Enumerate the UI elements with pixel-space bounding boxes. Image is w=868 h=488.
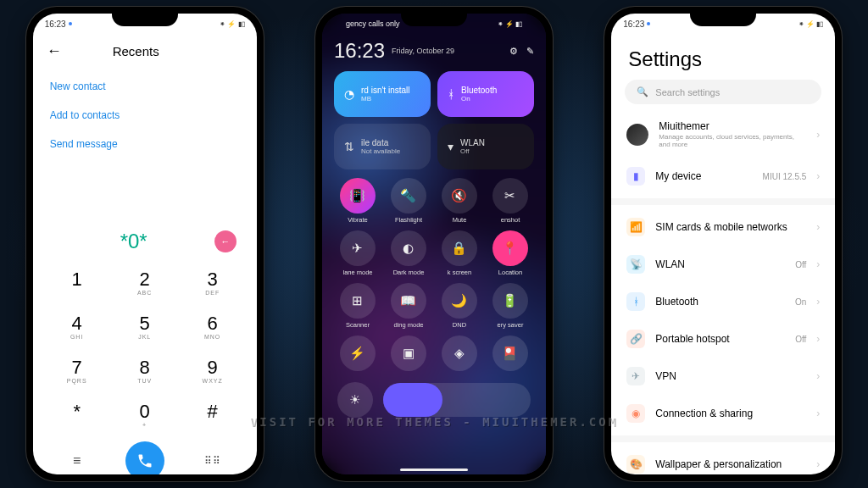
bluetooth-icon: ᚼ [448,87,454,101]
chevron-right-icon: › [816,129,820,141]
account-item[interactable]: Miuithemer Manage accounts, cloud servic… [611,111,835,158]
chevron-right-icon: › [816,458,820,470]
settings-item-portable-hotspot[interactable]: 🔗Portable hotspotOff› [611,320,835,358]
backspace-button[interactable]: ← [214,230,236,252]
dialer-action-0[interactable]: New contact [50,72,240,101]
status-icons: ⁕ ⚡ ▮▯ [220,20,244,28]
search-placeholder: Search settings [655,87,720,97]
account-sub: Manage accounts, cloud services, payment… [659,133,806,148]
wlan-tile[interactable]: ▾ WLAN Off [437,124,534,169]
status-icons: ⁕ ⚡ ▮▯ [498,20,522,28]
status-time: 16:23 [45,19,66,29]
back-button[interactable]: ← [47,42,62,60]
toggle-15[interactable]: 🎴 [487,336,534,374]
chevron-right-icon: › [816,258,820,270]
toggle-Mute[interactable]: 🔇Mute [436,178,483,224]
settings-item-bluetooth[interactable]: ᚼBluetoothOn› [611,283,835,320]
toggle-Vibrate[interactable]: 📳Vibrate [334,178,381,224]
settings-item-vpn[interactable]: ✈VPN› [611,358,835,395]
tile-sub: On [461,95,497,103]
item-value: Off [795,335,806,344]
settings-item-wallpaper-personalization[interactable]: 🎨Wallpaper & personalization› [611,446,835,474]
account-name: Miuithemer [659,120,806,132]
settings-item-wlan[interactable]: 📡WLANOff› [611,246,835,283]
toggle-k screen[interactable]: 🔒k screen [436,230,483,276]
notch [112,14,178,26]
toggle-ery saver[interactable]: 🔋ery saver [487,283,534,329]
device-icon: ▮ [626,167,645,186]
clock-date: Friday, October 29 [392,47,454,55]
toggle-Flashlight[interactable]: 🔦Flashlight [385,178,432,224]
toggle-Dark mode[interactable]: ◐Dark mode [385,230,432,276]
dialpad-toggle-button[interactable]: ⠿⠿ [179,455,247,467]
item-icon: 📡 [626,255,645,274]
key-3[interactable]: 3DEF [179,260,247,304]
home-bar[interactable] [400,469,468,471]
brightness-slider[interactable] [383,383,531,417]
dialer-action-2[interactable]: Send message [50,130,240,158]
auto-brightness-toggle[interactable]: ☀ [337,382,373,418]
avatar-icon [626,124,648,146]
key-4[interactable]: 4GHI [43,304,111,348]
dial-input[interactable]: *0* [53,230,214,253]
my-device-item[interactable]: ▮ My device MIUI 12.5.5 › [611,158,835,195]
key-#[interactable]: # [179,392,247,436]
chevron-right-icon: › [816,296,820,308]
key-5[interactable]: 5JKL [111,304,179,348]
key-*[interactable]: * [43,392,111,436]
divider [611,198,835,205]
item-icon: 🔗 [626,330,645,348]
item-icon: ◉ [626,404,645,423]
chevron-right-icon: › [816,408,820,419]
toggle-12[interactable]: ⚡ [334,336,381,374]
key-8[interactable]: 8TUV [111,348,179,392]
bluetooth-tile[interactable]: ᚼ Bluetooth On [437,71,534,117]
toggle-lane mode[interactable]: ✈lane mode [334,230,381,276]
divider [611,435,835,442]
chevron-right-icon: › [816,170,820,182]
item-label: WLAN [655,258,785,270]
toggle-enshot[interactable]: ✂enshot [487,178,534,224]
dialer-action-1[interactable]: Add to contacts [50,101,240,130]
item-label: VPN [655,370,806,382]
brightness-fill [383,383,442,417]
item-value: MIUI 12.5.5 [763,172,807,181]
settings-item-sim-cards-mobile-networks[interactable]: 📶SIM cards & mobile networks› [611,208,835,246]
key-6[interactable]: 6MNO [179,304,247,348]
item-label: SIM cards & mobile networks [655,221,806,233]
tile-label: Bluetooth [461,86,497,95]
phone-settings: 16:23 ⁕ ⚡ ▮▯ Settings 🔍 Search settings … [604,7,842,481]
data-icon: ⇅ [344,140,354,153]
item-label: Portable hotspot [655,333,785,345]
item-label: Connection & sharing [655,408,806,419]
toggle-Scanner[interactable]: ⊞Scanner [334,283,381,329]
item-icon: 📶 [626,218,645,236]
toggle-14[interactable]: ◈ [436,336,483,374]
key-9[interactable]: 9WXYZ [179,348,247,392]
search-input[interactable]: 🔍 Search settings [625,80,821,104]
key-2[interactable]: 2ABC [111,260,179,304]
key-0[interactable]: 0+ [111,392,179,436]
chevron-right-icon: › [816,333,820,345]
toggle-Location[interactable]: 📍Location [487,230,534,276]
tile-sub: Off [460,147,485,155]
call-button[interactable] [125,441,164,474]
phone-icon [136,452,153,469]
notification-dot-icon [69,22,72,25]
tile-label: ile data [361,138,400,147]
toggle-DND[interactable]: 🌙DND [436,283,483,329]
sim-tile[interactable]: ◔ rd isn't install MB [334,71,431,117]
page-title: Settings [611,34,835,80]
settings-item-connection-sharing[interactable]: ◉Connection & sharing› [611,395,835,432]
chevron-right-icon: › [816,370,820,382]
settings-icon[interactable]: ⚙ [509,46,518,57]
item-label: Wallpaper & personalization [655,458,806,470]
item-icon: ✈ [626,367,645,385]
toggle-ding mode[interactable]: 📖ding mode [385,283,432,329]
key-1[interactable]: 1 [43,260,111,304]
mobile-data-tile[interactable]: ⇅ ile data Not available [334,124,431,169]
key-7[interactable]: 7PQRS [43,348,111,392]
edit-icon[interactable]: ✎ [526,46,534,57]
menu-button[interactable]: ≡ [43,453,111,469]
toggle-13[interactable]: ▣ [385,336,432,374]
